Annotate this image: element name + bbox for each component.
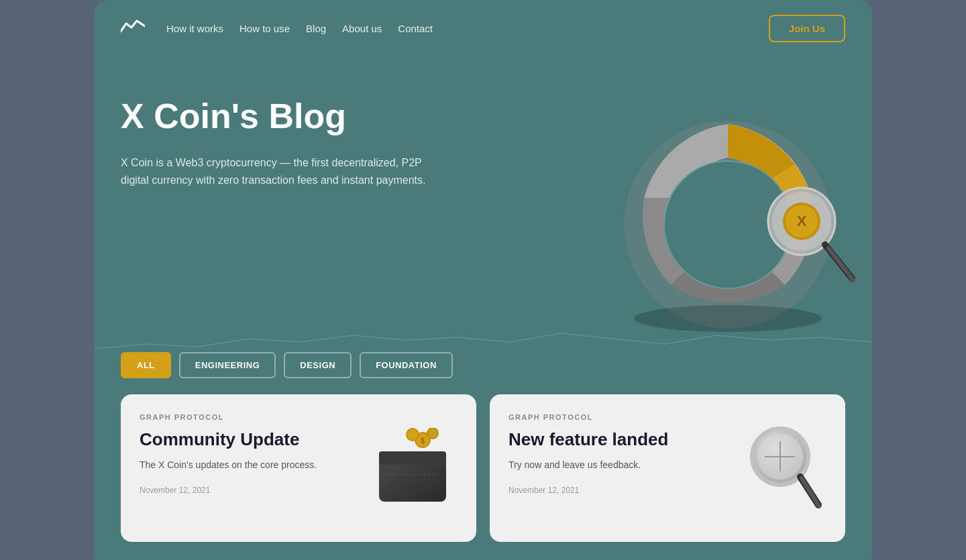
svg-text:X: X: [797, 213, 807, 229]
svg-point-17: [407, 429, 418, 440]
filter-tab-design[interactable]: DESIGN: [284, 352, 352, 378]
nav-links: How it works How to use Blog About us Co…: [166, 23, 433, 35]
hero-description: X Coin is a Web3 cryptocurrency — the fi…: [121, 154, 443, 188]
hero-image: X: [590, 44, 872, 366]
nav-contact[interactable]: Contact: [398, 23, 433, 34]
hero-text: X Coin's Blog X Coin is a Web3 cryptocur…: [121, 84, 496, 312]
page-container: How it works How to use Blog About us Co…: [94, 0, 872, 560]
card-image-wallet: $: [369, 421, 463, 515]
blog-card-feature[interactable]: GRAPH PROTOCOL New feature landed Try no…: [490, 394, 845, 542]
svg-text:$: $: [421, 437, 425, 445]
filter-tab-engineering[interactable]: ENGINEERING: [179, 352, 276, 378]
svg-line-26: [802, 478, 819, 506]
chart-line-decoration: [94, 325, 872, 352]
nav-blog[interactable]: Blog: [306, 23, 326, 34]
card-protocol-2: GRAPH PROTOCOL: [508, 413, 826, 421]
svg-line-10: [828, 248, 853, 280]
svg-point-19: [428, 429, 437, 438]
logo-icon: [121, 17, 145, 40]
navbar: How it works How to use Blog About us Co…: [94, 0, 872, 57]
cards-section: GRAPH PROTOCOL Community Update The X Co…: [94, 394, 872, 560]
card-image-magnifier: [738, 421, 832, 515]
filter-tab-foundation[interactable]: FOUNDATION: [360, 352, 453, 378]
nav-about-us[interactable]: About us: [342, 23, 382, 34]
hero-title: X Coin's Blog: [121, 97, 496, 135]
blog-card-community[interactable]: GRAPH PROTOCOL Community Update The X Co…: [121, 394, 476, 542]
svg-rect-12: [379, 451, 446, 465]
join-button[interactable]: Join Us: [769, 15, 845, 42]
nav-left: How it works How to use Blog About us Co…: [121, 17, 433, 40]
hero-section: X Coin's Blog X Coin is a Web3 cryptocur…: [94, 57, 872, 352]
nav-how-it-works[interactable]: How it works: [166, 23, 223, 34]
filter-tab-all[interactable]: ALL: [121, 352, 171, 378]
card-protocol-1: GRAPH PROTOCOL: [140, 413, 458, 421]
nav-how-to-use[interactable]: How to use: [239, 23, 290, 34]
